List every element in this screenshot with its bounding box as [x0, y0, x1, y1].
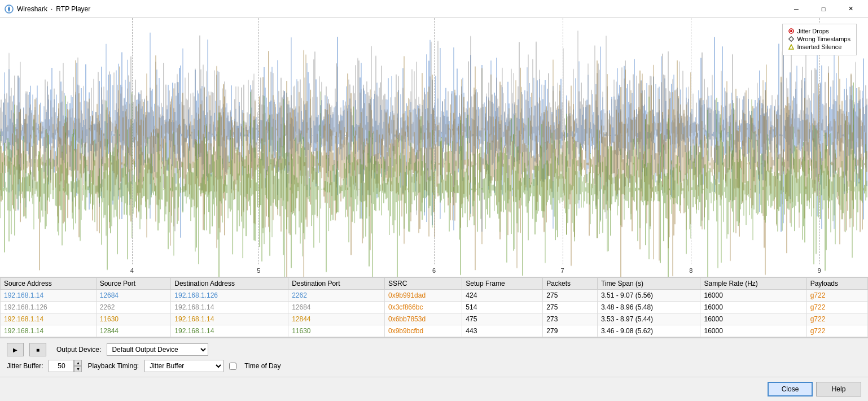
- title-separator: ·: [51, 5, 52, 13]
- controls-area: ▶ ■ Output Device: Default Output Device…: [0, 338, 868, 377]
- table-row[interactable]: 192.168.1.1262262192.168.1.14126840x3cf8…: [1, 302, 868, 313]
- cell-dest-port: 2262: [288, 290, 385, 302]
- wrong-timestamps-icon: [788, 36, 794, 42]
- x-axis: 4 5 6 7 8 9: [0, 264, 868, 277]
- stop-button[interactable]: ■: [29, 343, 46, 356]
- playback-timing-select[interactable]: Jitter Buffer RTP Timestamp Uninterrupte…: [144, 360, 223, 372]
- cell-dest-address: 192.168.1.14: [171, 325, 288, 337]
- cell-source-address: 192.168.1.14: [1, 313, 97, 325]
- app-name: Wireshark: [17, 5, 47, 13]
- jitter-buffer-down-button[interactable]: ▼: [74, 366, 82, 372]
- col-source-address: Source Address: [1, 278, 97, 290]
- grid-line-1: [132, 18, 133, 264]
- window-close-button[interactable]: ✕: [838, 2, 863, 16]
- time-of-day-label[interactable]: Time of Day: [244, 362, 280, 370]
- legend-item-inserted-silence: Inserted Silence: [788, 43, 851, 50]
- output-device-select[interactable]: Default Output Device Speakers Headphone…: [107, 343, 208, 356]
- jitter-buffer-up-button[interactable]: ▲: [74, 360, 82, 366]
- cell-packets: 273: [543, 313, 598, 325]
- cell-source-address: 192.168.1.126: [1, 302, 97, 313]
- chart-area: 4 5 6 7 8 9 Jitter Drops Wrong Timestamp…: [0, 18, 868, 277]
- cell-setup-frame: 443: [462, 325, 543, 337]
- cell-dest-port: 11630: [288, 325, 385, 337]
- cell-source-port: 12844: [96, 325, 171, 337]
- svg-marker-3080: [789, 45, 794, 49]
- cell-packets: 275: [543, 302, 598, 313]
- cell-payloads: g722: [806, 325, 867, 337]
- col-ssrc: SSRC: [385, 278, 462, 290]
- jitter-buffer-label: Jitter Buffer:: [7, 362, 43, 370]
- play-button[interactable]: ▶: [7, 343, 24, 356]
- minimize-button[interactable]: ─: [783, 2, 809, 16]
- title-bar-controls: ─ □ ✕: [783, 2, 863, 16]
- legend-item-wrong-timestamps: Wrong Timestamps: [788, 36, 851, 42]
- cell-time-span: 3.48 - 8.96 (5.48): [598, 302, 700, 313]
- cell-packets: 275: [543, 290, 598, 302]
- table-area: Source Address Source Port Destination A…: [0, 277, 868, 338]
- cell-dest-port: 12844: [288, 313, 385, 325]
- cell-source-address: 192.168.1.14: [1, 325, 97, 337]
- jitter-buffer-input[interactable]: [49, 360, 74, 372]
- jitter-buffer-spinner-buttons: ▲ ▼: [74, 360, 82, 372]
- maximize-button[interactable]: □: [810, 2, 836, 16]
- cell-packets: 279: [543, 325, 598, 337]
- title-bar: Wireshark · RTP Player ─ □ ✕: [0, 0, 868, 18]
- col-setup-frame: Setup Frame: [462, 278, 543, 290]
- output-device-label: Output Device:: [56, 346, 101, 354]
- table-row[interactable]: 192.168.1.1411630192.168.1.14128440x6bb7…: [1, 313, 868, 325]
- streams-table: Source Address Source Port Destination A…: [0, 277, 868, 337]
- col-sample-rate: Sample Rate (Hz): [700, 278, 806, 290]
- cell-dest-address: 192.168.1.126: [171, 290, 288, 302]
- cell-ssrc: 0x3cf866bc: [385, 302, 462, 313]
- grid-line-2: [258, 18, 259, 264]
- help-button[interactable]: Help: [816, 382, 861, 396]
- cell-ssrc: 0x9b991dad: [385, 290, 462, 302]
- controls-row-1: ▶ ■ Output Device: Default Output Device…: [7, 343, 861, 356]
- col-dest-address: Destination Address: [171, 278, 288, 290]
- playback-timing-label: Playback Timing:: [87, 362, 139, 370]
- title-bar-left: Wireshark · RTP Player: [5, 5, 90, 14]
- cell-sample-rate: 16000: [700, 313, 806, 325]
- main-content: 4 5 6 7 8 9 Jitter Drops Wrong Timestamp…: [0, 18, 868, 401]
- x-axis-label-5: 5: [257, 267, 260, 274]
- cell-source-port: 12684: [96, 290, 171, 302]
- svg-rect-3079: [789, 37, 794, 41]
- table-row[interactable]: 192.168.1.1412844192.168.1.14116300x9b9b…: [1, 325, 868, 337]
- table-row[interactable]: 192.168.1.1412684192.168.1.12622620x9b99…: [1, 290, 868, 302]
- legend-inserted-silence-label: Inserted Silence: [797, 43, 841, 50]
- col-source-port: Source Port: [96, 278, 171, 290]
- legend-wrong-timestamps-label: Wrong Timestamps: [797, 36, 851, 42]
- cell-source-port: 2262: [96, 302, 171, 313]
- grid-line-4: [563, 18, 563, 264]
- cell-sample-rate: 16000: [700, 290, 806, 302]
- close-button[interactable]: Close: [768, 382, 813, 396]
- cell-source-port: 11630: [96, 313, 171, 325]
- col-time-span: Time Span (s): [598, 278, 700, 290]
- cell-ssrc: 0x9b9bcfbd: [385, 325, 462, 337]
- cell-sample-rate: 16000: [700, 302, 806, 313]
- svg-point-3078: [790, 30, 792, 32]
- cell-ssrc: 0x6bb7853d: [385, 313, 462, 325]
- cell-dest-port: 12684: [288, 302, 385, 313]
- cell-payloads: g722: [806, 302, 867, 313]
- legend-item-jitter-drops: Jitter Drops: [788, 28, 851, 34]
- window-title: RTP Player: [56, 5, 90, 13]
- cell-setup-frame: 514: [462, 302, 543, 313]
- controls-row-2: Jitter Buffer: ▲ ▼ Playback Timing: Jitt…: [7, 360, 861, 372]
- cell-time-span: 3.51 - 9.07 (5.56): [598, 290, 700, 302]
- cell-payloads: g722: [806, 290, 867, 302]
- wireshark-icon: [5, 5, 14, 14]
- legend-jitter-drops-label: Jitter Drops: [797, 28, 828, 34]
- grid-line-3: [434, 18, 435, 264]
- x-axis-label-6: 6: [432, 267, 436, 274]
- chart-legend: Jitter Drops Wrong Timestamps Inserted S…: [782, 24, 857, 55]
- inserted-silence-icon: [788, 44, 794, 50]
- cell-setup-frame: 424: [462, 290, 543, 302]
- bottom-buttons: Close Help: [0, 377, 868, 401]
- grid-line-5: [691, 18, 691, 264]
- col-dest-port: Destination Port: [288, 278, 385, 290]
- table-header-row: Source Address Source Port Destination A…: [1, 278, 868, 290]
- time-of-day-checkbox[interactable]: [229, 363, 236, 370]
- cell-dest-address: 192.168.1.14: [171, 313, 288, 325]
- cell-time-span: 3.53 - 8.97 (5.44): [598, 313, 700, 325]
